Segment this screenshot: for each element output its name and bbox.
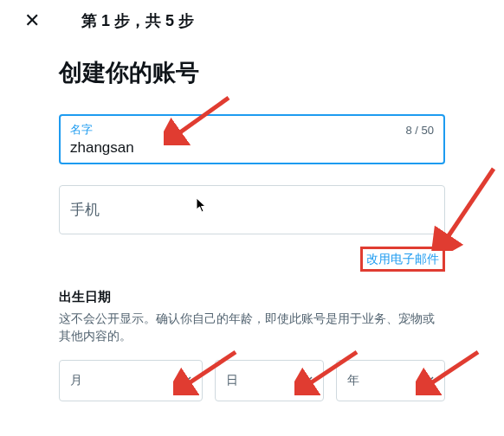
name-field[interactable]: 名字 8 / 50 zhangsan — [59, 114, 445, 164]
chevron-down-icon — [420, 376, 434, 385]
year-select[interactable]: 年 — [336, 360, 445, 401]
name-field-label: 名字 — [70, 122, 93, 138]
page-title: 创建你的账号 — [59, 57, 445, 88]
header: ✕ 第 1 步，共 5 步 — [24, 10, 480, 42]
name-field-counter: 8 / 50 — [405, 124, 434, 137]
dob-title: 出生日期 — [59, 289, 445, 305]
phone-field[interactable]: 手机 — [59, 185, 445, 234]
phone-field-placeholder: 手机 — [70, 193, 434, 227]
annotation-highlight: 改用电子邮件 — [360, 247, 445, 272]
day-select-label: 日 — [226, 373, 238, 388]
day-select[interactable]: 日 — [215, 360, 324, 401]
close-icon[interactable]: ✕ — [24, 11, 40, 30]
name-field-value: zhangsan — [70, 139, 434, 157]
dob-description: 这不会公开显示。确认你自己的年龄，即使此账号是用于业务、宠物或其他内容的。 — [59, 311, 445, 344]
month-select[interactable]: 月 — [59, 360, 203, 401]
year-select-label: 年 — [347, 373, 359, 388]
chevron-down-icon — [299, 376, 313, 385]
chevron-down-icon — [178, 376, 191, 385]
use-email-link[interactable]: 改用电子邮件 — [366, 252, 439, 267]
step-indicator: 第 1 步，共 5 步 — [81, 10, 194, 31]
month-select-label: 月 — [70, 373, 82, 388]
